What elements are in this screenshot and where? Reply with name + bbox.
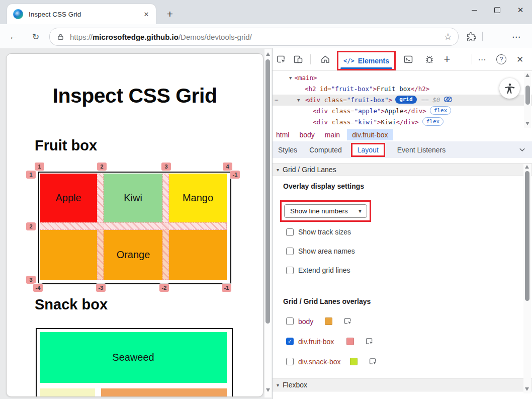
dom-token: </h2> [411, 85, 430, 93]
inspect-element-icon[interactable] [343, 317, 352, 326]
console-icon[interactable] [403, 54, 414, 65]
overlay-color-swatch[interactable] [325, 317, 332, 325]
flex-badge[interactable]: flex [430, 106, 452, 115]
snack-grid: Seaweed [36, 328, 233, 397]
devtools-menu-icon[interactable]: ⋯ [477, 54, 488, 65]
new-tab-button[interactable]: + [163, 7, 177, 21]
debug-bug-icon[interactable] [424, 54, 435, 65]
window-controls: ✕ [463, 0, 532, 24]
body-overlay-checkbox[interactable] [286, 317, 294, 325]
grid-line-number-badge: 2 [26, 222, 36, 230]
expand-arrow-icon[interactable]: ▼ [289, 75, 292, 81]
expand-arrow-icon[interactable]: ▼ [297, 95, 300, 106]
overlay-row-body[interactable]: body [286, 317, 352, 326]
maximize-button[interactable] [486, 0, 509, 20]
overlay-row-snack-box[interactable]: div.snack-box [286, 357, 377, 366]
overlay-color-swatch[interactable] [346, 338, 354, 345]
show-area-names-checkbox[interactable] [286, 248, 294, 255]
checkbox-row-area-names[interactable]: Show area names [286, 247, 355, 255]
help-icon[interactable]: ? [496, 54, 507, 65]
dropdown-value: Show line numbers [290, 207, 348, 215]
accessibility-button[interactable] [499, 78, 520, 99]
reveal-icon [444, 96, 453, 107]
overlay-row-fruit-box[interactable]: ✓ div.fruit-box [286, 337, 374, 346]
grid-line-number-badge: 3 [26, 276, 36, 284]
tab-elements[interactable]: </> Elements [337, 51, 396, 70]
breadcrumb-html[interactable]: html [276, 131, 289, 139]
section-flexbox[interactable]: ▾ Flexbox [273, 378, 532, 391]
back-button[interactable]: ← [7, 30, 20, 43]
dom-row-main[interactable]: ▼<main> [273, 72, 532, 84]
grid-gap-overlay [40, 222, 227, 230]
checkbox-label: Extend grid lines [298, 266, 350, 274]
scroll-down-icon[interactable] [266, 388, 270, 392]
inspect-element-icon[interactable] [276, 54, 287, 65]
code-icon: </> [343, 57, 354, 64]
url-text: https://microsoftedge.github.io/Demos/de… [70, 33, 444, 41]
tab-close-icon[interactable]: ✕ [141, 9, 152, 20]
breadcrumb-main[interactable]: main [325, 131, 340, 139]
show-track-sizes-checkbox[interactable] [286, 228, 294, 236]
devtools-close-icon[interactable]: ✕ [514, 54, 525, 65]
dom-token: class= [332, 107, 354, 115]
browser-menu-button[interactable]: ⋯ [509, 29, 524, 44]
line-numbers-dropdown[interactable]: Show line numbers ▼ [284, 204, 367, 218]
tab-event-listeners[interactable]: Event Listeners [397, 146, 446, 154]
overlay-color-swatch[interactable] [350, 358, 358, 365]
chevron-down-icon[interactable] [518, 146, 526, 155]
scroll-down-icon[interactable] [525, 122, 529, 125]
minimize-icon [472, 10, 477, 11]
window-close-button[interactable]: ✕ [509, 0, 532, 20]
device-emulation-icon[interactable] [293, 54, 304, 65]
refresh-button[interactable]: ↻ [29, 30, 42, 43]
fruit-box-overlay-checkbox[interactable]: ✓ [286, 338, 294, 345]
section-arrow-icon[interactable]: ▾ [277, 382, 279, 388]
flex-badge[interactable]: flex [422, 117, 444, 126]
browser-tab[interactable]: Inspect CSS Grid ✕ [7, 4, 156, 24]
minimize-button[interactable] [463, 0, 486, 20]
favorite-star-icon[interactable]: ☆ [444, 31, 452, 42]
inspect-element-icon[interactable] [369, 357, 377, 366]
section-grid-grid-lanes[interactable]: ▾ Grid / Grid Lanes [273, 163, 532, 176]
dom-token: class= [332, 118, 354, 126]
add-tab-icon[interactable]: + [441, 54, 453, 65]
tab-styles[interactable]: Styles [278, 146, 297, 154]
grid-line-number-badge: -1 [230, 171, 240, 179]
scroll-down-icon[interactable] [525, 387, 529, 391]
tab-computed[interactable]: Computed [309, 146, 342, 154]
dom-row-apple[interactable]: <div class="apple">Apple</div>flex [273, 106, 532, 117]
breadcrumb-div-fruit-box[interactable]: div.fruit-box [347, 129, 393, 140]
address-bar[interactable]: https://microsoftedge.github.io/Demos/de… [49, 28, 459, 46]
browser-toolbar: ← ↻ https://microsoftedge.github.io/Demo… [0, 24, 532, 49]
layout-pane-scrollbar[interactable] [523, 164, 531, 393]
more-actions-icon[interactable]: ⋯ [275, 95, 278, 106]
browser-window: Inspect CSS Grid ✕ + ✕ ← ↻ https://micro… [0, 0, 532, 399]
page-scrollbar[interactable] [264, 49, 272, 397]
dom-markup: <h2 id="fruit-box">Fruit box</h2> [305, 85, 429, 93]
extensions-icon[interactable] [465, 30, 478, 43]
dom-row-fruit-box-selected[interactable]: ⋯ ▼<div class="fruit-box">grid== $0 [273, 95, 532, 106]
dom-token: <div [313, 107, 332, 115]
checkbox-row-track-sizes[interactable]: Show track sizes [286, 228, 351, 236]
dom-token: class= [324, 96, 347, 104]
grid-badge[interactable]: grid [395, 96, 417, 104]
extend-grid-lines-checkbox[interactable] [286, 267, 294, 274]
dom-row-kiwi[interactable]: <div class="kiwi">Kiwi</div>flex [273, 117, 532, 128]
scroll-up-icon[interactable] [525, 73, 529, 77]
scrollbar-thumb[interactable] [525, 86, 530, 105]
inspect-element-icon[interactable] [365, 337, 374, 346]
scrollbar-thumb[interactable] [265, 59, 270, 324]
scroll-up-icon[interactable] [525, 165, 529, 169]
checkbox-row-extend-grid-lines[interactable]: Extend grid lines [286, 266, 350, 274]
home-icon[interactable] [320, 54, 331, 65]
section-arrow-icon[interactable]: ▾ [277, 167, 279, 173]
scroll-up-icon[interactable] [266, 52, 270, 56]
dom-row-h2[interactable]: <h2 id="fruit-box">Fruit box</h2> [273, 84, 532, 95]
dom-scrollbar[interactable] [524, 72, 531, 129]
grid-line-number-badge: 4 [223, 163, 232, 171]
scrollbar-thumb[interactable] [525, 171, 529, 301]
tab-layout[interactable]: Layout [351, 143, 385, 157]
breadcrumb-body[interactable]: body [299, 131, 314, 139]
content-area: Inspect CSS Grid Fruit box Apple Kiwi Ma… [0, 48, 532, 399]
snack-box-overlay-checkbox[interactable] [286, 358, 294, 365]
